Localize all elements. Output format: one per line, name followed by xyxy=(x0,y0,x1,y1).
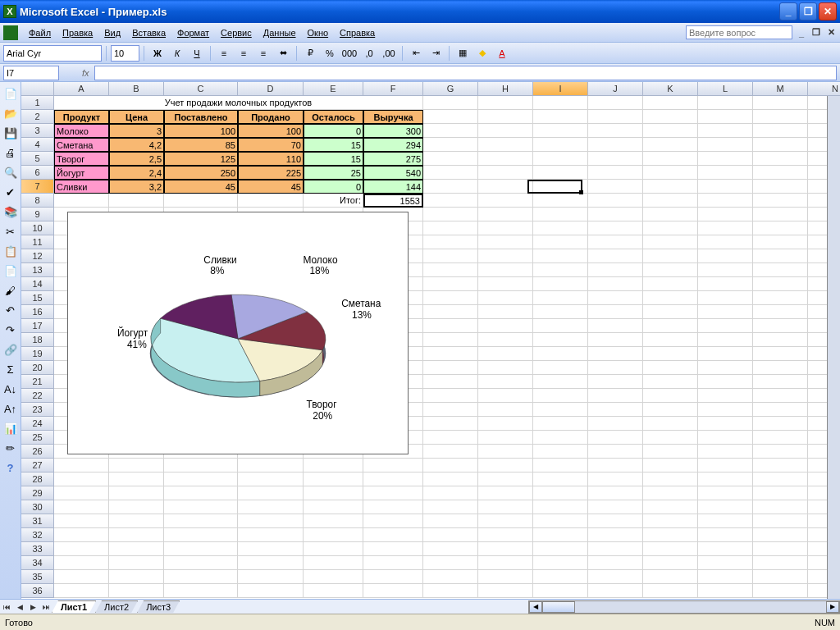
maximize-button[interactable]: ❐ xyxy=(799,2,817,21)
col-header-J[interactable]: J xyxy=(588,82,643,96)
cell-L2[interactable] xyxy=(698,110,753,124)
cell-M28[interactable] xyxy=(753,472,808,486)
cell-I33[interactable] xyxy=(533,542,588,556)
cell-J12[interactable] xyxy=(588,249,643,263)
dec-decimal-button[interactable]: ,00 xyxy=(380,45,398,62)
cell-M24[interactable] xyxy=(753,417,808,431)
cell-L35[interactable] xyxy=(698,570,753,584)
row-header-30[interactable]: 30 xyxy=(21,500,54,514)
cell-K29[interactable] xyxy=(643,486,698,500)
cell-A31[interactable] xyxy=(54,514,109,528)
help-button[interactable]: ? xyxy=(2,459,19,476)
cell-C32[interactable] xyxy=(164,528,238,542)
cell-L33[interactable] xyxy=(698,542,753,556)
row-header-20[interactable]: 20 xyxy=(21,361,54,375)
cell-E30[interactable] xyxy=(304,500,363,514)
cell-G36[interactable] xyxy=(423,584,478,598)
cell-A7[interactable]: Сливки xyxy=(54,180,109,194)
cell-A3[interactable]: Молоко xyxy=(54,124,109,138)
cell-L20[interactable] xyxy=(698,361,753,375)
cell-M26[interactable] xyxy=(753,445,808,459)
cell-E7[interactable]: 0 xyxy=(304,180,363,194)
cell-I29[interactable] xyxy=(533,486,588,500)
cell-H15[interactable] xyxy=(478,291,533,305)
cell-L11[interactable] xyxy=(698,235,753,249)
cell-B30[interactable] xyxy=(109,500,164,514)
cell-J8[interactable] xyxy=(588,194,643,208)
cell-M34[interactable] xyxy=(753,556,808,570)
cell-F30[interactable] xyxy=(363,500,423,514)
cell-I27[interactable] xyxy=(533,459,588,472)
tab-nav-last[interactable]: ⏭ xyxy=(39,600,52,614)
cell-I19[interactable] xyxy=(533,347,588,361)
cell-D28[interactable] xyxy=(238,472,304,486)
cell-C33[interactable] xyxy=(164,542,238,556)
cell-J18[interactable] xyxy=(588,333,643,347)
row-header-17[interactable]: 17 xyxy=(21,319,54,333)
cell-L24[interactable] xyxy=(698,417,753,431)
undo-button[interactable]: ↶ xyxy=(2,302,19,318)
cell-I7[interactable] xyxy=(533,180,588,194)
cell-D33[interactable] xyxy=(238,542,304,556)
cell-I24[interactable] xyxy=(533,417,588,431)
cell-A2[interactable]: Продукт xyxy=(54,110,109,124)
cell-D27[interactable] xyxy=(238,459,304,472)
underline-button[interactable]: Ч xyxy=(188,45,206,62)
embedded-pie-chart[interactable]: Сливки8% Молоко18% Сметана13% Творог20% … xyxy=(67,212,409,454)
cell-L31[interactable] xyxy=(698,514,753,528)
cell-E29[interactable] xyxy=(304,486,363,500)
spreadsheet-area[interactable]: ABCDEFGHIJKLMN1Учет продажи молочных про… xyxy=(21,82,840,599)
cell-I2[interactable] xyxy=(533,110,588,124)
cell-J34[interactable] xyxy=(588,556,643,570)
cell-F35[interactable] xyxy=(363,570,423,584)
cell-K4[interactable] xyxy=(643,138,698,152)
col-header-B[interactable]: B xyxy=(109,82,164,96)
align-center-button[interactable]: ≡ xyxy=(235,45,253,62)
cell-L8[interactable] xyxy=(698,194,753,208)
cell-A35[interactable] xyxy=(54,570,109,584)
cell-G13[interactable] xyxy=(423,263,478,277)
cell-F6[interactable]: 540 xyxy=(363,166,423,180)
sheet-tab-1[interactable]: Лист1 xyxy=(52,600,96,613)
cell-E32[interactable] xyxy=(304,528,363,542)
cell-E2[interactable]: Осталось xyxy=(304,110,363,124)
cell-G5[interactable] xyxy=(423,152,478,166)
sheet-tab-3[interactable]: Лист3 xyxy=(137,600,180,613)
row-header-32[interactable]: 32 xyxy=(21,528,54,542)
cell-H24[interactable] xyxy=(478,417,533,431)
cell-K32[interactable] xyxy=(643,528,698,542)
cell-K22[interactable] xyxy=(643,389,698,403)
row-header-1[interactable]: 1 xyxy=(21,96,54,110)
inc-indent-button[interactable]: ⇥ xyxy=(427,45,445,62)
cell-H11[interactable] xyxy=(478,235,533,249)
mdi-minimize-button[interactable]: _ xyxy=(796,27,807,39)
cell-I5[interactable] xyxy=(533,152,588,166)
cell-B35[interactable] xyxy=(109,570,164,584)
cell-I20[interactable] xyxy=(533,361,588,375)
cell-M2[interactable] xyxy=(753,110,808,124)
cell-M13[interactable] xyxy=(753,263,808,277)
row-header-31[interactable]: 31 xyxy=(21,514,54,528)
cell-D2[interactable]: Продано xyxy=(238,110,304,124)
cell-I22[interactable] xyxy=(533,389,588,403)
cell-H25[interactable] xyxy=(478,431,533,445)
cell-H16[interactable] xyxy=(478,305,533,319)
cell-H5[interactable] xyxy=(478,152,533,166)
cell-H31[interactable] xyxy=(478,514,533,528)
cell-M12[interactable] xyxy=(753,249,808,263)
cell-J9[interactable] xyxy=(588,208,643,221)
cell-I14[interactable] xyxy=(533,277,588,291)
cell-L13[interactable] xyxy=(698,263,753,277)
align-right-button[interactable]: ≡ xyxy=(254,45,272,62)
cell-B28[interactable] xyxy=(109,472,164,486)
cell-F34[interactable] xyxy=(363,556,423,570)
cell-E34[interactable] xyxy=(304,556,363,570)
cell-A32[interactable] xyxy=(54,528,109,542)
cell-C6[interactable]: 250 xyxy=(164,166,238,180)
cell-F7[interactable]: 144 xyxy=(363,180,423,194)
cell-J35[interactable] xyxy=(588,570,643,584)
cell-M35[interactable] xyxy=(753,570,808,584)
cell-K5[interactable] xyxy=(643,152,698,166)
cell-K18[interactable] xyxy=(643,333,698,347)
cut-button[interactable]: ✂ xyxy=(2,223,19,240)
